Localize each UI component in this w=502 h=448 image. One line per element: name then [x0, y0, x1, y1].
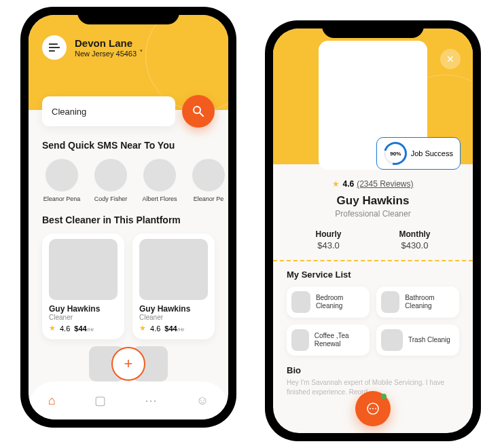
- star-icon: ★: [139, 324, 146, 333]
- cleaner-role: Cleaner: [49, 314, 118, 321]
- folder-icon[interactable]: ▢: [94, 393, 106, 408]
- profile-role: Professional Cleaner: [287, 209, 459, 219]
- service-name: Bathroom Cleaning: [405, 294, 454, 310]
- best-section-title: Best Cleaner in This Plantform: [42, 214, 215, 225]
- avatar-name: Albert Flores: [142, 195, 177, 202]
- reviews-link[interactable]: (2345 Reviews): [357, 179, 413, 189]
- service-name: Trash Cleanig: [408, 336, 450, 344]
- rating-value: 4.6: [342, 179, 354, 189]
- bio-title: Bio: [287, 365, 459, 375]
- job-success-label: Job Success: [411, 149, 453, 157]
- hourly-price: Hourly $43.0: [315, 229, 341, 250]
- cleaner-image: [139, 239, 208, 300]
- user-name: Devon Lane: [75, 37, 143, 49]
- cleaners-row: Guy Hawkins Cleaner ★ 4.6 $44/Hr Guy Haw…: [29, 234, 228, 339]
- svg-point-3: [372, 408, 374, 409]
- profile-icon[interactable]: ☺: [196, 394, 209, 408]
- more-row: +: [29, 339, 228, 381]
- service-card[interactable]: Bedroom Cleaning: [287, 286, 370, 318]
- avatar-name: Cody Fisher: [94, 195, 128, 202]
- search-input[interactable]: Cleaning: [42, 96, 175, 126]
- rate-value: $44/Hr: [74, 324, 94, 333]
- screen-home: Devon Lane New Jersey 45463 ˅ Cleaning S…: [29, 15, 228, 419]
- add-button[interactable]: +: [111, 347, 145, 381]
- cleaner-role: Cleaner: [139, 314, 208, 321]
- monthly-price: Monthly $430.0: [399, 229, 430, 250]
- cleaner-name: Guy Hawkins: [139, 304, 208, 314]
- sms-section-title: Send Quick SMS Near To You: [42, 140, 215, 151]
- service-image: [381, 291, 399, 313]
- cleaner-card[interactable]: Guy Hawkins Cleaner ★ 4.6 $44/Hr: [132, 234, 215, 339]
- avatar-item[interactable]: Albert Flores: [140, 159, 179, 202]
- service-image: [381, 329, 403, 351]
- avatar: [192, 159, 225, 191]
- cleaner-name: Guy Hawkins: [49, 304, 118, 314]
- avatar-name: Eleanor Pe: [194, 195, 224, 202]
- avatar-name: Eleanor Pena: [43, 195, 81, 202]
- avatar-item[interactable]: Eleanor Pena: [42, 159, 82, 202]
- notch: [77, 7, 179, 24]
- service-image: [291, 329, 309, 351]
- chevron-down-icon: ˅: [139, 49, 143, 58]
- chat-icon[interactable]: ⋯: [145, 393, 157, 408]
- svg-point-4: [375, 408, 376, 409]
- screen-profile: ✕ 90% Job Success ★ 4.6 (2345 Reviews) G…: [273, 29, 473, 433]
- services-title: My Service List: [287, 269, 459, 280]
- price-label: Hourly: [315, 229, 341, 239]
- service-card[interactable]: Coffee ,Tea Renewal: [287, 324, 370, 356]
- job-success-badge: 90% Job Success: [376, 137, 461, 170]
- service-card[interactable]: Bathroom Cleaning: [376, 286, 459, 318]
- phone-left: Devon Lane New Jersey 45463 ˅ Cleaning S…: [20, 7, 236, 428]
- success-ring: 90%: [379, 138, 410, 169]
- rate-value: $44/Hr: [164, 324, 184, 333]
- avatars-row: Eleanor Pena Cody Fisher Albert Flores E…: [29, 159, 228, 202]
- avatar: [94, 159, 127, 191]
- cleaner-card[interactable]: Guy Hawkins Cleaner ★ 4.6 $44/Hr: [42, 234, 124, 339]
- star-icon: ★: [332, 179, 340, 189]
- avatar: [46, 159, 78, 191]
- phone-right: ✕ 90% Job Success ★ 4.6 (2345 Reviews) G…: [265, 20, 481, 441]
- search-text: Cleaning: [52, 107, 86, 117]
- bottom-nav: ⌂ ▢ ⋯ ☺: [29, 381, 228, 419]
- close-button[interactable]: ✕: [440, 49, 461, 69]
- location-text: New Jersey 45463: [75, 50, 137, 58]
- price-value: $43.0: [317, 240, 340, 250]
- rating-value: 4.6: [60, 324, 70, 333]
- notch: [322, 20, 424, 38]
- price-value: $430.0: [401, 240, 429, 250]
- avatar: [143, 159, 176, 191]
- avatar-item[interactable]: Eleanor Pe: [189, 159, 228, 202]
- profile-body: ★ 4.6 (2345 Reviews) Guy Hawkins Profess…: [273, 164, 473, 260]
- divider: [273, 260, 473, 261]
- service-card[interactable]: Trash Cleanig: [376, 324, 459, 356]
- rating-value: 4.6: [150, 324, 160, 333]
- service-image: [291, 291, 310, 313]
- service-name: Bedroom Cleaning: [316, 294, 365, 310]
- profile-name: Guy Hawkins: [287, 194, 459, 208]
- services-grid: Bedroom Cleaning Bathroom Cleaning Coffe…: [273, 286, 473, 356]
- home-icon[interactable]: ⌂: [48, 394, 56, 408]
- svg-point-2: [370, 408, 371, 409]
- menu-button[interactable]: [42, 35, 67, 60]
- user-location[interactable]: New Jersey 45463 ˅: [75, 49, 143, 58]
- service-name: Coffee ,Tea Renewal: [315, 332, 365, 348]
- cleaner-image: [49, 239, 118, 300]
- price-label: Monthly: [399, 229, 430, 239]
- avatar-item[interactable]: Cody Fisher: [91, 159, 130, 202]
- chat-button[interactable]: [355, 391, 391, 426]
- search-button[interactable]: [182, 95, 215, 128]
- star-icon: ★: [49, 324, 56, 333]
